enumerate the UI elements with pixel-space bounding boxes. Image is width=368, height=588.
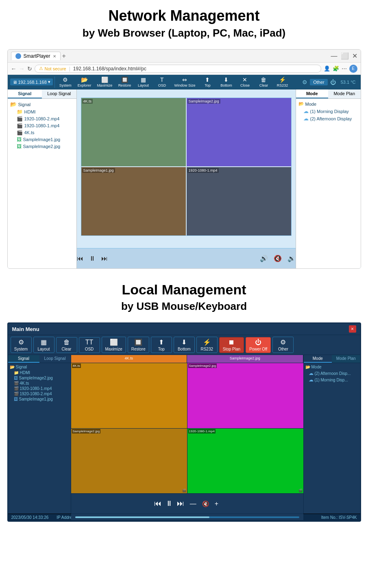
- local-stop-plan-label: Stop Plan: [223, 347, 240, 351]
- local-mode-item-afternoon[interactable]: ☁ (2) Afternoon Disp...: [305, 370, 359, 376]
- mode-item-afternoon[interactable]: ☁ (2) Afternoon Display: [298, 115, 358, 122]
- web-toolbar-close[interactable]: ✕ Close: [236, 76, 254, 88]
- local-tree-img1[interactable]: 🖼 SampleImage1.jpg: [10, 397, 69, 401]
- new-tab-icon[interactable]: +: [62, 52, 66, 60]
- local-canvas-grid: 4K.ts SampleImage2.jpg SampleImage2.jpg …: [71, 363, 303, 493]
- profile-icon[interactable]: 👤: [324, 65, 330, 72]
- local-prev-button[interactable]: ⏮: [154, 499, 161, 508]
- web-toolbar-restore[interactable]: 🔲 Restore: [115, 76, 133, 88]
- local-canvas-tab-sample2[interactable]: SampleImage2.jpg: [187, 355, 303, 363]
- minimize-icon[interactable]: —: [331, 52, 338, 60]
- local-btn-restore[interactable]: 🔲 Restore: [128, 337, 149, 353]
- back-icon[interactable]: ←: [11, 65, 17, 72]
- ip-badge[interactable]: 🖥 192.168.1.168 ▾: [10, 78, 53, 85]
- local-tree-img2[interactable]: 🖼 SampleImage2.jpg: [10, 376, 69, 380]
- tab-mode-plan[interactable]: Mode Plan: [328, 89, 361, 98]
- tree-item-img2[interactable]: 🖼 SampleImage2.jpg: [10, 144, 74, 149]
- local-btn-bottom[interactable]: ⬇ Bottom: [174, 337, 195, 353]
- canvas-cell-bl[interactable]: SampleImage1.jpg: [81, 167, 186, 235]
- local-btn-maximize[interactable]: ⬜ Maximize: [102, 337, 126, 353]
- forward-icon[interactable]: →: [19, 65, 25, 72]
- local-tab-mode-plan[interactable]: Mode Plan: [332, 355, 360, 363]
- web-toolbar-layout[interactable]: ▦ Layout: [134, 76, 152, 88]
- canvas-cell-tl[interactable]: 4K.ts: [81, 98, 186, 166]
- local-tab-mode[interactable]: Mode: [304, 355, 332, 363]
- local-tab-loop-signal[interactable]: Loop Signal: [39, 355, 71, 363]
- local-btn-osd[interactable]: TT OSD: [79, 337, 100, 353]
- right-panel-tabs: Mode Mode Plan: [296, 89, 361, 99]
- pause-button[interactable]: ⏸: [89, 255, 96, 262]
- local-pause-button[interactable]: ⏸: [165, 499, 173, 508]
- refresh-icon[interactable]: ↻: [27, 65, 32, 72]
- local-mode-icon1: ☁: [309, 370, 314, 376]
- tab-signal[interactable]: Signal: [8, 89, 42, 98]
- menu-icon[interactable]: ⋯: [342, 65, 347, 72]
- local-btn-top[interactable]: ⬆ Top: [151, 337, 172, 353]
- web-toolbar-clear[interactable]: 🗑 Clear: [255, 76, 272, 88]
- local-btn-stop-plan[interactable]: ⏹ Stop Plan: [219, 337, 244, 353]
- web-toolbar-explorer[interactable]: 📂 Explorer: [75, 76, 94, 88]
- tab-mode[interactable]: Mode: [296, 89, 329, 98]
- web-toolbar-system[interactable]: ⚙ System: [57, 76, 74, 88]
- local-btn-rs232[interactable]: ⚡ RS232: [196, 337, 218, 353]
- web-toolbar-osd[interactable]: T OSD: [153, 76, 171, 88]
- web-toolbar-bottom[interactable]: ⬇ Bottom: [217, 76, 235, 88]
- tab-loop-signal[interactable]: Loop Signal: [42, 89, 76, 98]
- local-panel-tabs: Signal Loop Signal: [8, 355, 71, 363]
- local-cell-tl[interactable]: 4K.ts: [71, 363, 187, 428]
- tree-item-video2[interactable]: 🎬 1920-1080-1.mp4: [10, 123, 74, 128]
- power-icon[interactable]: ⏻: [330, 79, 336, 85]
- canvas-cell-tr[interactable]: SampleImage2.jpg: [187, 98, 291, 166]
- close-window-icon[interactable]: ✕: [352, 52, 357, 60]
- local-next-button[interactable]: ⏭: [177, 499, 184, 508]
- local-mute-icon[interactable]: 🔇: [202, 501, 209, 507]
- web-toolbar-top[interactable]: ⬆ Top: [198, 76, 216, 88]
- address-bar[interactable]: ⚠ Not secure | 192.168.1.168/spa/index.h…: [35, 65, 321, 73]
- local-tab-signal[interactable]: Signal: [8, 355, 39, 363]
- local-volume-slider[interactable]: [75, 516, 299, 518]
- mute-icon[interactable]: 🔇: [274, 255, 282, 262]
- local-mode-root[interactable]: 📂 Mode: [305, 365, 359, 369]
- local-mode-item-morning[interactable]: ☁ (1) Morning Disp...: [305, 377, 359, 383]
- local-tree-hdmi[interactable]: 📁 HDMI: [10, 370, 69, 375]
- browser-tab[interactable]: SmartPlayer ✕: [11, 52, 61, 60]
- web-toolbar-rs232[interactable]: ⚡ RS232: [273, 76, 291, 88]
- local-close-button[interactable]: ×: [349, 325, 356, 333]
- mode-item-morning[interactable]: ☁ (1) Morning Display: [298, 108, 358, 114]
- tab-close-icon[interactable]: ✕: [53, 54, 56, 59]
- web-toolbar-window-size[interactable]: ⇔ Window Size: [172, 76, 198, 88]
- local-tree-video1[interactable]: 🎬 1920-1080-1.mp4: [10, 386, 69, 391]
- canvas-cell-br[interactable]: 1920-1080-1.mp4: [187, 167, 291, 235]
- next-button[interactable]: ⏭: [101, 255, 108, 262]
- local-btn-clear[interactable]: 🗑 Clear: [56, 337, 77, 353]
- local-cell-tr[interactable]: SampleImage2.jpg: [187, 363, 303, 428]
- local-cell-bl[interactable]: SampleImage2.jpg 🎬: [71, 429, 187, 494]
- local-cell-br[interactable]: 1920-1080-1.mp4 🎬: [187, 429, 303, 494]
- restore-icon[interactable]: ⬜: [341, 52, 349, 60]
- local-btn-layout[interactable]: ▦ Layout: [33, 337, 54, 353]
- volume-up-icon[interactable]: 🔉: [287, 255, 296, 262]
- prev-button[interactable]: ⏮: [77, 255, 83, 262]
- local-tree-video2[interactable]: 🎬 1920-1080-2.mp4: [10, 392, 69, 396]
- close-label: Close: [240, 83, 250, 87]
- local-btn-power-off[interactable]: ⏻ Power Off: [246, 337, 271, 353]
- extensions-icon[interactable]: 🧩: [333, 65, 339, 72]
- tree-item-video1[interactable]: 🎬 1920-1080-2.mp4: [10, 116, 74, 122]
- user-avatar[interactable]: E: [349, 65, 357, 73]
- web-toolbar-maximize[interactable]: ⬜ Maximize: [94, 76, 115, 88]
- local-canvas-tab-4k[interactable]: 4K.ts: [71, 355, 187, 363]
- local-restore-icon: 🔲: [134, 338, 142, 346]
- tree-item-hdmi[interactable]: 📁 HDMI: [10, 109, 74, 115]
- local-top-label: Top: [158, 347, 165, 351]
- tree-item-4k[interactable]: 🎬 4K.ts: [10, 130, 74, 135]
- local-tree-4k[interactable]: 🎬 4K.ts: [10, 381, 69, 385]
- local-btn-other[interactable]: ⚙ Other: [272, 337, 294, 353]
- volume-icon[interactable]: 🔊: [260, 255, 268, 262]
- local-tree-root[interactable]: 📂 Signal: [10, 365, 69, 369]
- settings-icon[interactable]: ⚙: [302, 79, 307, 85]
- tree-item-img1[interactable]: 🖼 SampleImage1.jpg: [10, 137, 74, 142]
- mode-root-folder[interactable]: 📂 Mode: [298, 101, 358, 107]
- tree-root-folder[interactable]: 📂 Signal: [10, 101, 74, 107]
- other-button[interactable]: Other: [310, 79, 328, 85]
- local-btn-system[interactable]: ⚙ System: [11, 337, 32, 353]
